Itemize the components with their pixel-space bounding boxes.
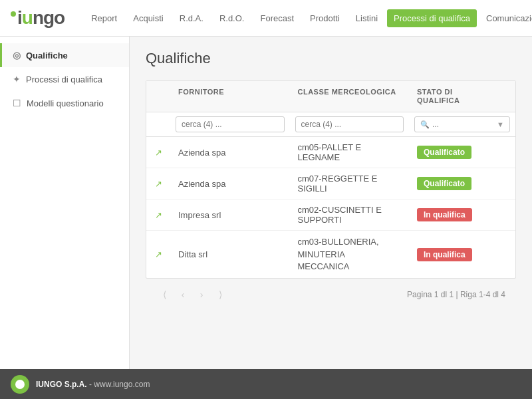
main-content: Qualifiche FORNITORE CLASSE MERCEOLOGICA…: [130, 37, 532, 369]
filter-fornitore-input[interactable]: [176, 116, 285, 132]
row-link-icon-4[interactable]: ↗: [146, 244, 170, 265]
chevron-down-icon: ▼: [497, 120, 504, 128]
cell-stato-1: Qualificato: [409, 140, 515, 164]
filter-row: 🔍 ▼: [146, 112, 515, 137]
sidebar-item-qualifiche[interactable]: ◎ Qualifiche: [0, 43, 129, 67]
nav-rdo[interactable]: R.d.O.: [213, 9, 251, 27]
status-badge-qualificato-1: Qualificato: [417, 146, 471, 159]
processi-icon: ✦: [13, 74, 21, 84]
cell-fornitore-1: Azienda spa: [170, 142, 290, 163]
th-icon: [146, 81, 170, 112]
logo-dot: [11, 11, 16, 17]
nav-listini[interactable]: Listini: [349, 9, 384, 27]
logo-text: iungo: [17, 7, 65, 29]
nav-processi-qualifica[interactable]: Processi di qualifica: [387, 9, 477, 27]
status-badge-inqualifica-4: In qualifica: [417, 248, 472, 261]
logo[interactable]: iungo: [11, 7, 65, 29]
filter-stato-input[interactable]: [432, 120, 494, 129]
th-fornitore: FORNITORE: [170, 81, 290, 112]
cell-stato-2: Qualificato: [409, 172, 515, 196]
nav-comunicazioni[interactable]: Comunicazioni: [479, 9, 532, 27]
filter-classe-input[interactable]: [295, 116, 404, 132]
external-link-icon: ↗: [155, 249, 162, 259]
search-small-icon: 🔍: [420, 120, 430, 129]
filter-classe-cell: [290, 112, 410, 136]
pagination-controls: ⟨ ‹ › ⟩: [156, 287, 228, 303]
page-last-button[interactable]: ⟩: [212, 287, 228, 303]
cell-fornitore-3: Impresa srl: [170, 205, 290, 225]
row-link-icon-1[interactable]: ↗: [146, 142, 170, 163]
footer-logo: [11, 375, 29, 394]
modelli-icon: ☐: [13, 98, 21, 108]
page-prev-button[interactable]: ‹: [175, 287, 191, 303]
pagination: ⟨ ‹ › ⟩ Pagina 1 dl 1 | Riga 1-4 dl 4: [146, 279, 516, 311]
sidebar-item-modelli[interactable]: ☐ Modelli questionario: [0, 91, 129, 115]
page-next-button[interactable]: ›: [194, 287, 209, 303]
table-row: ↗ Azienda spa cm05-PALLET E LEGNAME Qual…: [146, 137, 515, 168]
main-layout: ◎ Qualifiche ✦ Processi di qualifica ☐ M…: [0, 37, 532, 369]
page-title: Qualifiche: [146, 50, 516, 67]
cell-classe-1: cm05-PALLET E LEGNAME: [290, 137, 410, 168]
cell-fornitore-2: Azienda spa: [170, 174, 290, 194]
row-link-icon-3[interactable]: ↗: [146, 205, 170, 225]
filter-fornitore-cell: [170, 112, 290, 136]
table-header: FORNITORE CLASSE MERCEOLOGICA STATO DIQU…: [146, 81, 515, 112]
nav-rda[interactable]: R.d.A.: [173, 9, 210, 27]
cell-stato-4: In qualifica: [409, 243, 515, 267]
footer: IUNGO S.p.A. - www.iungo.com: [0, 369, 532, 399]
status-badge-inqualifica-3: In qualifica: [417, 208, 472, 221]
external-link-icon: ↗: [155, 210, 162, 220]
table-row: ↗ Azienda spa cm07-REGGETTE E SIGILLI Qu…: [146, 168, 515, 200]
sidebar-item-label-qualifiche: Qualifiche: [26, 51, 68, 61]
main-nav: Report Acquisti R.d.A. R.d.O. Forecast P…: [84, 9, 532, 27]
status-badge-qualificato-2: Qualificato: [417, 177, 471, 190]
qualifiche-table: FORNITORE CLASSE MERCEOLOGICA STATO DIQU…: [146, 80, 516, 279]
sidebar: ◎ Qualifiche ✦ Processi di qualifica ☐ M…: [0, 37, 130, 369]
footer-website: www.iungo.com: [94, 380, 150, 389]
cell-classe-2: cm07-REGGETTE E SIGILLI: [290, 168, 410, 199]
sidebar-item-processi[interactable]: ✦ Processi di qualifica: [0, 67, 129, 91]
header: iungo Report Acquisti R.d.A. R.d.O. Fore…: [0, 0, 532, 37]
footer-text: IUNGO S.p.A. - www.iungo.com: [36, 380, 150, 389]
footer-company: IUNGO S.p.A.: [36, 380, 87, 389]
table-row: ↗ Impresa srl cm02-CUSCINETTI E SUPPORTI…: [146, 200, 515, 231]
nav-forecast[interactable]: Forecast: [253, 9, 301, 27]
pagination-info: Pagina 1 dl 1 | Riga 1-4 dl 4: [407, 290, 505, 299]
external-link-icon: ↗: [155, 179, 162, 189]
footer-logo-inner: [15, 380, 25, 389]
filter-stato-dropdown[interactable]: 🔍 ▼: [414, 116, 510, 132]
nav-prodotti[interactable]: Prodotti: [303, 9, 346, 27]
cell-classe-4: cm03-BULLONERIA, MINUTERIAMECCANICA: [290, 231, 410, 278]
qualifiche-icon: ◎: [13, 50, 21, 61]
page-first-button[interactable]: ⟨: [156, 287, 172, 303]
sidebar-item-label-modelli: Modelli questionario: [27, 98, 104, 108]
sidebar-item-label-processi: Processi di qualifica: [26, 74, 102, 84]
th-stato: STATO DIQUALIFICA: [409, 81, 515, 112]
filter-icon-cell: [146, 112, 170, 136]
th-classe: CLASSE MERCEOLOGICA: [290, 81, 410, 112]
cell-fornitore-4: Ditta srl: [170, 244, 290, 265]
cell-stato-3: In qualifica: [409, 203, 515, 227]
external-link-icon: ↗: [155, 148, 162, 158]
table-row: ↗ Ditta srl cm03-BULLONERIA, MINUTERIAME…: [146, 231, 515, 278]
nav-acquisti[interactable]: Acquisti: [126, 9, 170, 27]
cell-classe-3: cm02-CUSCINETTI E SUPPORTI: [290, 200, 410, 230]
row-link-icon-2[interactable]: ↗: [146, 174, 170, 194]
filter-stato-cell: 🔍 ▼: [409, 112, 515, 136]
nav-report[interactable]: Report: [84, 9, 124, 27]
